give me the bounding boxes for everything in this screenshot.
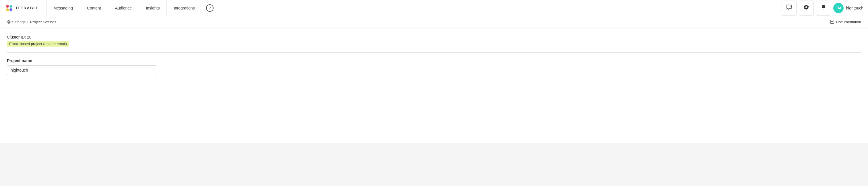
- svg-point-2: [6, 8, 9, 11]
- chat-icon: [786, 4, 792, 11]
- nav-items: Messaging Content Audience Insights Inte…: [46, 0, 779, 16]
- breadcrumb-current: Project Settings: [30, 20, 56, 24]
- settings-button[interactable]: [799, 1, 814, 16]
- top-navigation: ITERABLE Messaging Content Audience Insi…: [0, 0, 868, 16]
- cluster-info: Cluster ID: 20 Email-based project (uniq…: [7, 35, 861, 47]
- avatar: TM: [833, 3, 844, 13]
- svg-point-4: [787, 6, 788, 7]
- help-button[interactable]: ?: [202, 0, 218, 16]
- gear-icon: [803, 4, 809, 11]
- svg-point-3: [9, 8, 12, 11]
- project-name-input[interactable]: [7, 65, 156, 75]
- svg-point-6: [790, 6, 790, 7]
- logo[interactable]: ITERABLE: [5, 3, 39, 12]
- book-icon: [830, 20, 834, 24]
- user-menu[interactable]: TM hightouch: [833, 3, 863, 13]
- email-badge: Email-based project (unique email): [7, 41, 69, 47]
- project-name-label: Project name: [7, 58, 156, 63]
- svg-point-5: [789, 6, 789, 7]
- main-content: Cluster ID: 20 Email-based project (uniq…: [0, 28, 868, 143]
- nav-item-audience[interactable]: Audience: [108, 0, 139, 16]
- breadcrumb-settings-link[interactable]: Settings: [7, 20, 26, 24]
- section-divider: [7, 52, 861, 53]
- nav-item-messaging[interactable]: Messaging: [46, 0, 80, 16]
- nav-item-integrations[interactable]: Integrations: [167, 0, 202, 16]
- chat-button[interactable]: [782, 1, 797, 16]
- documentation-link[interactable]: Documentation: [830, 20, 861, 24]
- iterable-logo-icon: [5, 3, 14, 12]
- breadcrumb: Settings › Project Settings: [7, 20, 56, 24]
- nav-right: TM hightouch: [779, 1, 863, 16]
- help-icon: ?: [206, 4, 214, 12]
- svg-point-0: [6, 5, 9, 8]
- svg-point-1: [9, 5, 12, 8]
- breadcrumb-separator: ›: [27, 20, 28, 24]
- settings-icon: [7, 20, 11, 24]
- project-name-section: Project name: [7, 58, 156, 75]
- user-name: hightouch: [846, 6, 863, 10]
- nav-item-content[interactable]: Content: [80, 0, 108, 16]
- cluster-id: Cluster ID: 20: [7, 35, 861, 39]
- notifications-button[interactable]: [816, 1, 831, 16]
- bell-icon: [820, 4, 826, 11]
- logo-text: ITERABLE: [16, 6, 39, 10]
- nav-item-insights[interactable]: Insights: [139, 0, 167, 16]
- breadcrumb-bar: Settings › Project Settings Documentatio…: [0, 16, 868, 28]
